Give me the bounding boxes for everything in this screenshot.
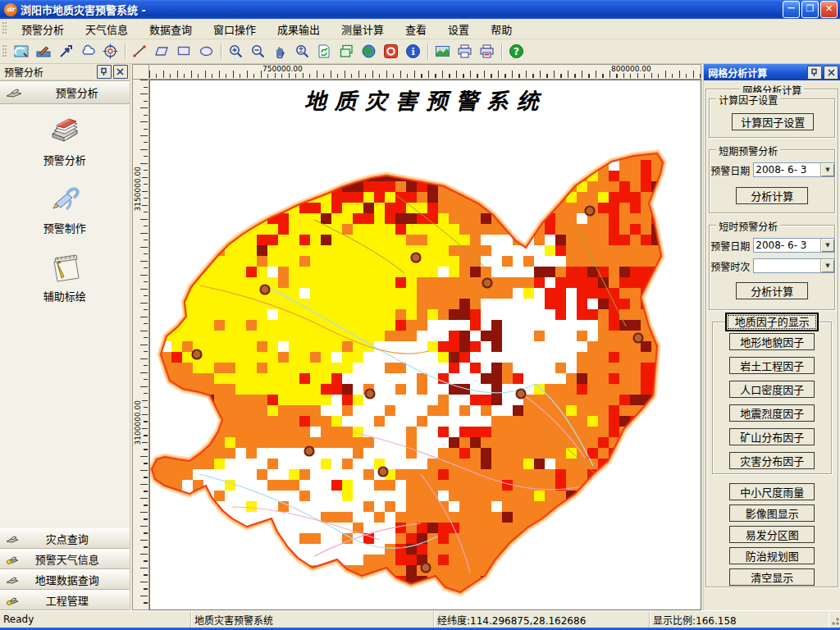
pan-hand-icon[interactable] (269, 40, 291, 62)
vertical-ruler: 3150000.00 3100000.00 (132, 80, 149, 610)
date-label: 预警日期 (710, 163, 753, 177)
menu-settings[interactable]: 设置 (437, 19, 480, 39)
map-region: 750000.00 800000.00 3150000.00 3100000.0… (132, 64, 702, 610)
resize-grip[interactable] (829, 611, 840, 628)
menu-grip[interactable] (2, 22, 7, 35)
short-term-calc-button[interactable]: 分析计算 (736, 187, 808, 204)
book-icon (46, 114, 84, 148)
geotech-factor-button[interactable]: 岩土工程因子 (729, 357, 815, 374)
imagery-button[interactable]: 影像图显示 (729, 504, 815, 522)
globe-icon[interactable] (358, 40, 380, 62)
menu-weather-info[interactable]: 天气信息 (75, 19, 139, 39)
menu-warning-analysis[interactable]: 预警分析 (11, 19, 75, 39)
town-marker (260, 285, 269, 294)
chevron-down-icon[interactable]: ▼ (820, 239, 834, 252)
menu-measure-calc[interactable]: 测量计算 (331, 19, 395, 39)
town-marker (482, 279, 491, 288)
left-panel-titlebar: 预警分析 (0, 64, 130, 80)
survey-tool-icon[interactable] (33, 40, 55, 62)
draw-line-icon[interactable] (129, 40, 151, 62)
pin-icon[interactable] (97, 65, 112, 79)
pick-arrow-icon[interactable] (55, 40, 77, 62)
draw-ellipse-icon[interactable] (195, 40, 217, 62)
pin-icon[interactable] (807, 66, 822, 80)
pen-tool-icon (46, 182, 84, 217)
short-time-date-combo[interactable]: 2008- 6- 3 ▼ (753, 238, 835, 253)
status-bar: Ready 地质灾害预警系统 经纬度:114.296875,28.162686 … (0, 610, 840, 628)
chevron-down-icon[interactable]: ▼ (820, 163, 834, 176)
close-icon[interactable] (113, 65, 128, 79)
seismic-factor-button[interactable]: 地震烈度因子 (729, 404, 815, 422)
bar-project-management[interactable]: 工程管理 (0, 590, 130, 610)
print-setup-icon[interactable] (476, 40, 498, 62)
cloud-icon[interactable] (77, 40, 99, 62)
town-marker (516, 390, 525, 399)
clear-display-button[interactable]: 清空显示 (729, 568, 815, 586)
main-area: 预警分析 预警分析 预警分析 预警制作 辅助标绘 (0, 64, 840, 610)
sketchpad-icon (46, 250, 84, 285)
town-marker (633, 334, 642, 343)
zoom-extent-icon[interactable] (291, 40, 313, 62)
close-icon[interactable] (824, 66, 838, 80)
bar-disaster-point-query[interactable]: 灾点查询 (0, 528, 130, 549)
prevention-plan-button[interactable]: 防治规划图 (729, 547, 815, 564)
stamp-icon (5, 574, 20, 586)
ruler-x-label: 750000.00 (262, 65, 304, 73)
draw-rect-icon[interactable] (173, 40, 195, 62)
hazard-map[interactable] (150, 80, 702, 610)
terrain-factor-button[interactable]: 地形地貌因子 (729, 333, 815, 350)
population-factor-button[interactable]: 人口密度因子 (729, 381, 815, 398)
chevron-down-icon[interactable]: ▼ (820, 259, 834, 272)
right-panel: 网格分析计算 网格分析计算 计算因子设置 计算因子设置 短期预警分析 预警日期 (703, 64, 840, 610)
layers-icon[interactable] (336, 40, 358, 62)
image-icon[interactable] (431, 40, 454, 62)
menu-result-output[interactable]: 成果输出 (267, 19, 331, 39)
left-panel-body: 预警分析 预警制作 辅助标绘 (0, 104, 130, 528)
geo-factor-display-button[interactable]: 地质因子的显示 (725, 313, 819, 331)
print-icon[interactable] (454, 40, 476, 62)
refresh-page-icon[interactable] (313, 40, 336, 62)
item-auxiliary-plotting[interactable]: 辅助标绘 (43, 250, 86, 304)
ruler-y-label: 3100000.00 (134, 399, 142, 445)
svg-text:i: i (411, 47, 414, 57)
left-header-label: 预警分析 (25, 84, 130, 100)
stamp-yellow-icon (5, 595, 20, 606)
status-ready: Ready (0, 611, 191, 628)
restore-button[interactable]: ❐ (801, 1, 819, 18)
ruler-corner (132, 64, 149, 80)
item-warning-analysis[interactable]: 预警分析 (43, 114, 86, 167)
short-time-period-combo[interactable]: ▼ (753, 258, 835, 273)
mine-factor-button[interactable]: 矿山分布因子 (729, 428, 815, 445)
info-icon[interactable]: i (402, 40, 424, 62)
menu-data-query[interactable]: 数据查询 (139, 19, 203, 39)
disaster-factor-button[interactable]: 灾害分布因子 (729, 452, 815, 469)
bar-geo-data-query[interactable]: 地理数据查询 (0, 569, 130, 590)
stop-icon[interactable] (380, 40, 402, 62)
menu-view[interactable]: 查看 (395, 19, 437, 39)
menu-help[interactable]: 帮助 (480, 19, 523, 39)
minimize-button[interactable]: － (783, 1, 800, 18)
susceptibility-button[interactable]: 易发分区图 (729, 526, 815, 543)
close-button[interactable]: ✕ (820, 1, 838, 18)
draw-polygon-icon[interactable] (151, 40, 173, 62)
toolbar-grip[interactable] (2, 45, 7, 58)
ruler-x-label: 800000.00 (610, 65, 652, 73)
zoom-in-icon[interactable] (225, 40, 247, 62)
bar-warning-weather-info[interactable]: 预警天气信息 (0, 549, 130, 569)
zoom-out-icon[interactable] (247, 40, 269, 62)
map-canvas[interactable]: 地质灾害预警系统 (149, 80, 702, 610)
help-icon[interactable]: ? (505, 40, 527, 62)
factor-setting-button[interactable]: 计算因子设置 (732, 113, 814, 130)
stamp-icon (3, 85, 25, 100)
short-term-date-combo[interactable]: 2008- 6- 3 ▼ (753, 162, 835, 177)
status-scale: 显示比例:166.158 (650, 611, 829, 628)
time-label: 预警时次 (710, 259, 753, 273)
left-panel-title: 预警分析 (4, 65, 95, 79)
hazard-raster (150, 149, 673, 609)
map-select-icon[interactable] (11, 40, 33, 62)
rainfall-button[interactable]: 中小尺度雨量 (729, 483, 815, 500)
menu-window-ops[interactable]: 窗口操作 (203, 19, 267, 39)
item-warning-production[interactable]: 预警制作 (43, 182, 86, 235)
short-time-calc-button[interactable]: 分析计算 (736, 282, 808, 299)
target-icon[interactable] (99, 40, 121, 62)
